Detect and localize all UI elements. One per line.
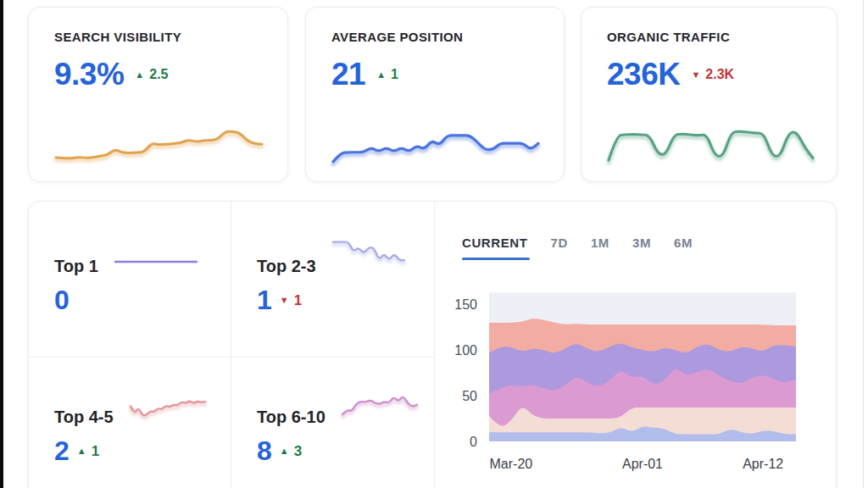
svg-text:Mar-20: Mar-20: [490, 457, 533, 471]
organic-traffic-card: ORGANIC TRAFFIC 236K ▼ 2.3K: [581, 7, 837, 182]
svg-text:100: 100: [454, 343, 477, 358]
rank-cell-top-1: Top 1 0: [29, 202, 231, 358]
rank-cell-top-4-5: Top 4-5 2 ▲ 1: [29, 358, 231, 488]
up-arrow-icon: ▲: [135, 70, 144, 80]
delta-badge: ▲ 1: [77, 443, 99, 460]
sparkline-chart: [605, 119, 816, 168]
svg-text:0: 0: [470, 435, 477, 449]
traffic-chart-panel: CURRENT 7D 1M 3M 6M 050100150Mar-20Apr-0…: [434, 202, 836, 488]
svg-text:150: 150: [454, 297, 477, 312]
rank-label: Top 1: [54, 257, 98, 276]
sparkline-chart: [112, 251, 200, 273]
rank-value: 1: [257, 285, 272, 316]
svg-text:50: 50: [462, 389, 477, 403]
metric-value: 236K: [607, 57, 680, 92]
rank-value: 8: [257, 435, 272, 467]
time-range-tabs: CURRENT 7D 1M 3M 6M: [462, 236, 836, 260]
metric-value: 9.3%: [54, 57, 124, 92]
sparkline-chart: [127, 390, 209, 424]
delta-value: 1: [92, 443, 99, 460]
delta-value: 3: [294, 443, 302, 460]
tab-current[interactable]: CURRENT: [462, 236, 528, 260]
rank-label: Top 2-3: [257, 257, 316, 276]
delta-value: 1: [294, 292, 302, 309]
sparkline-chart: [53, 112, 265, 168]
delta-badge: ▲ 1: [376, 67, 398, 82]
delta-badge: ▼ 2.3K: [691, 67, 734, 82]
rank-label: Top 4-5: [54, 408, 114, 427]
down-arrow-icon: ▼: [280, 296, 289, 305]
delta-value: 1: [391, 67, 398, 82]
sparkline-chart: [330, 236, 408, 273]
delta-badge: ▲ 3: [280, 443, 302, 460]
card-title: AVERAGE POSITION: [331, 30, 540, 44]
card-title: SEARCH VISIBILITY: [54, 30, 264, 44]
rank-cell-top-2-3: Top 2-3 1 ▼ 1: [231, 202, 434, 358]
adjacent-card-edge: [863, 0, 864, 488]
search-visibility-card: SEARCH VISIBILITY 9.3% ▲ 2.5: [28, 7, 288, 182]
tab-6m[interactable]: 6M: [674, 236, 693, 260]
up-arrow-icon: ▲: [280, 446, 289, 456]
up-arrow-icon: ▲: [376, 70, 386, 80]
rankings-overview-card: Top 1 0 Top 2-3 1 ▼ 1: [28, 201, 837, 488]
rank-label: Top 6-10: [257, 408, 326, 427]
sparkline-chart: [339, 385, 420, 424]
sparkline-chart: [330, 108, 542, 168]
rank-value: 2: [54, 435, 70, 467]
delta-value: 2.5: [149, 67, 168, 82]
card-title: ORGANIC TRAFFIC: [607, 30, 813, 44]
metric-value: 21: [331, 57, 365, 92]
tab-3m[interactable]: 3M: [632, 236, 651, 260]
rank-distribution-grid: Top 1 0 Top 2-3 1 ▼ 1: [29, 202, 434, 488]
delta-value: 2.3K: [705, 67, 734, 82]
up-arrow-icon: ▲: [77, 446, 86, 456]
delta-badge: ▼ 1: [280, 292, 302, 309]
rank-cell-top-6-10: Top 6-10 8 ▲ 3: [231, 358, 434, 488]
delta-badge: ▲ 2.5: [135, 67, 168, 82]
screen-edge-strip: [0, 0, 3, 488]
rank-value: 0: [54, 285, 70, 316]
tab-1m[interactable]: 1M: [591, 236, 609, 260]
svg-text:Apr-12: Apr-12: [743, 457, 783, 471]
down-arrow-icon: ▼: [691, 70, 700, 80]
dashboard-screen: SEARCH VISIBILITY 9.3% ▲ 2.5 AVERAGE POS…: [0, 0, 868, 488]
tab-7d[interactable]: 7D: [551, 236, 568, 260]
stacked-area-chart: 050100150Mar-20Apr-01Apr-12: [438, 283, 820, 485]
svg-text:Apr-01: Apr-01: [622, 457, 663, 471]
average-position-card: AVERAGE POSITION 21 ▲ 1: [305, 7, 565, 182]
